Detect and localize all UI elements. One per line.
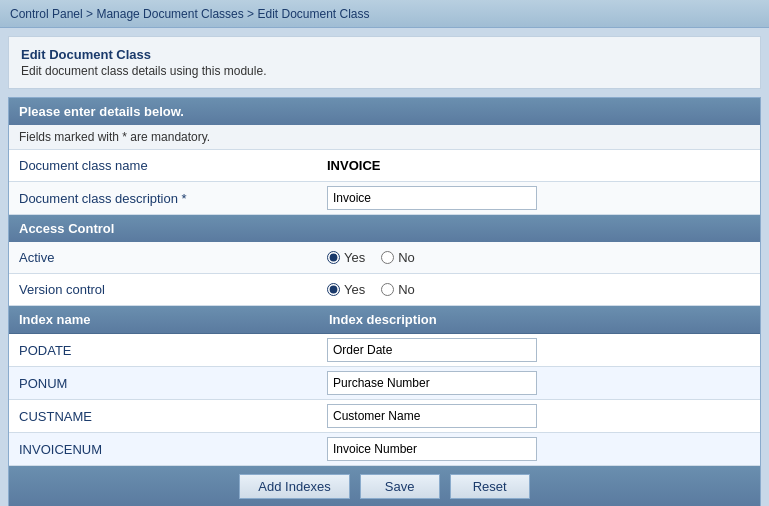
- index-row: PODATE: [9, 334, 760, 367]
- index-name-header: Index name: [9, 306, 319, 333]
- doc-class-desc-label: Document class description *: [9, 185, 319, 212]
- active-yes-label: Yes: [344, 250, 365, 265]
- index-desc-input[interactable]: [327, 404, 537, 428]
- section-title: Please enter details below.: [19, 104, 184, 119]
- breadcrumb: Control Panel > Manage Document Classes …: [0, 0, 769, 28]
- version-yes-radio[interactable]: [327, 283, 340, 296]
- index-desc-cell: [319, 367, 760, 399]
- section-header: Please enter details below.: [9, 98, 760, 125]
- index-desc-header: Index description: [319, 306, 760, 333]
- index-name-cell: PODATE: [9, 338, 319, 363]
- active-label: Active: [9, 244, 319, 271]
- form-container: Please enter details below. Fields marke…: [8, 97, 761, 506]
- doc-class-name-value: INVOICE: [327, 158, 380, 173]
- button-bar: Add Indexes Save Reset: [9, 466, 760, 506]
- mandatory-note: Fields marked with * are mandatory.: [9, 125, 760, 150]
- active-yes-option[interactable]: Yes: [327, 250, 365, 265]
- doc-class-name-label: Document class name: [9, 152, 319, 179]
- reset-button[interactable]: Reset: [450, 474, 530, 499]
- version-control-row: Version control Yes No: [9, 274, 760, 306]
- version-radio-group: Yes No: [327, 282, 752, 297]
- doc-class-desc-input[interactable]: [327, 186, 537, 210]
- breadcrumb-text: Control Panel > Manage Document Classes …: [10, 7, 370, 21]
- active-no-radio[interactable]: [381, 251, 394, 264]
- active-row: Active Yes No: [9, 242, 760, 274]
- index-desc-input[interactable]: [327, 371, 537, 395]
- index-row: INVOICENUM: [9, 433, 760, 466]
- version-no-option[interactable]: No: [381, 282, 415, 297]
- index-row: CUSTNAME: [9, 400, 760, 433]
- doc-class-desc-row: Document class description *: [9, 182, 760, 215]
- version-yes-option[interactable]: Yes: [327, 282, 365, 297]
- index-desc-cell: [319, 400, 760, 432]
- active-yes-radio[interactable]: [327, 251, 340, 264]
- doc-class-name-row: Document class name INVOICE: [9, 150, 760, 182]
- doc-class-name-value-cell: INVOICE: [319, 154, 760, 177]
- active-no-option[interactable]: No: [381, 250, 415, 265]
- active-no-label: No: [398, 250, 415, 265]
- version-control-label: Version control: [9, 276, 319, 303]
- index-desc-cell: [319, 433, 760, 465]
- page-header: Edit Document Class Edit document class …: [8, 36, 761, 89]
- access-control-label: Access Control: [19, 221, 114, 236]
- index-table-header: Index name Index description: [9, 306, 760, 334]
- access-control-header: Access Control: [9, 215, 760, 242]
- index-name-cell: INVOICENUM: [9, 437, 319, 462]
- index-name-cell: PONUM: [9, 371, 319, 396]
- doc-class-desc-value-cell: [319, 182, 760, 214]
- index-rows-container: PODATEPONUMCUSTNAMEINVOICENUM: [9, 334, 760, 466]
- page-title: Edit Document Class: [21, 47, 748, 62]
- index-name-cell: CUSTNAME: [9, 404, 319, 429]
- active-options: Yes No: [319, 246, 760, 269]
- save-button[interactable]: Save: [360, 474, 440, 499]
- page-subtitle: Edit document class details using this m…: [21, 64, 748, 78]
- version-yes-label: Yes: [344, 282, 365, 297]
- version-no-radio[interactable]: [381, 283, 394, 296]
- active-radio-group: Yes No: [327, 250, 752, 265]
- version-no-label: No: [398, 282, 415, 297]
- index-desc-cell: [319, 334, 760, 366]
- add-indexes-button[interactable]: Add Indexes: [239, 474, 349, 499]
- index-desc-input[interactable]: [327, 338, 537, 362]
- index-row: PONUM: [9, 367, 760, 400]
- version-options: Yes No: [319, 278, 760, 301]
- index-desc-input[interactable]: [327, 437, 537, 461]
